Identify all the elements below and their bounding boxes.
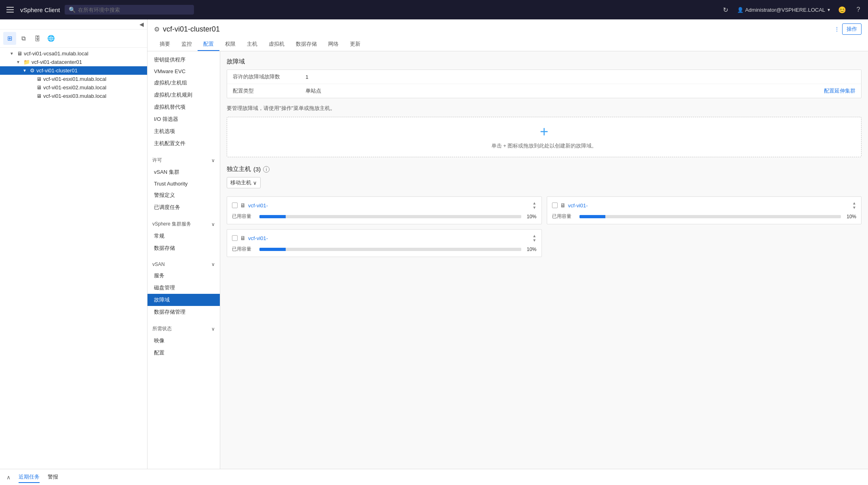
host-2-checkbox[interactable] <box>232 235 238 241</box>
host-2-icon: 🖥 <box>240 235 246 241</box>
actions-button[interactable]: 操作 <box>842 23 862 35</box>
host-0-capacity-bar <box>259 215 521 218</box>
tab-updates[interactable]: 更新 <box>344 38 366 51</box>
hamburger-menu[interactable] <box>5 5 15 14</box>
content-header: ⚙ vcf-vi01-cluster01 ⋮ 操作 摘要 监控 配置 权限 主机… <box>147 19 868 51</box>
host-card-1-header: 🖥 vcf-vi01- ▲▼ <box>552 201 857 210</box>
host-1-name[interactable]: vcf-vi01- <box>568 202 588 209</box>
tree-item-esxi02[interactable]: 🖥 vcf-vi01-esxi02.mulab.local <box>0 83 147 92</box>
host-0-name[interactable]: vcf-vi01- <box>248 202 268 209</box>
more-icon[interactable]: ⋮ <box>834 26 840 32</box>
config-item-general[interactable]: 常规 <box>147 230 220 242</box>
tab-config[interactable]: 配置 <box>198 38 219 51</box>
config-item-config[interactable]: 配置 <box>147 347 220 359</box>
host-1-checkbox[interactable] <box>552 202 558 208</box>
info-icon[interactable]: i <box>263 166 270 173</box>
emoji-button[interactable]: 😊 <box>837 5 847 15</box>
host-2-name[interactable]: vcf-vi01- <box>248 235 268 241</box>
host-0-sort[interactable]: ▲▼ <box>533 201 537 210</box>
license-arrow: ∨ <box>211 158 215 163</box>
username: Administrator@VSPHERE.LOCAL <box>745 7 825 13</box>
host-0-capacity: 已用容量 10% <box>232 213 537 220</box>
host-2-sort[interactable]: ▲▼ <box>533 234 537 242</box>
sidebar-globe-icon[interactable]: 🌐 <box>44 32 57 45</box>
sidebar-copy-icon[interactable]: ⧉ <box>17 32 30 45</box>
refresh-button[interactable]: ↻ <box>721 5 731 15</box>
sidebar-vm-icon[interactable]: ⊞ <box>3 32 16 45</box>
tab-summary[interactable]: 摘要 <box>154 38 176 51</box>
tree-item-datacenter[interactable]: ▼ 📁 vcf-vi01-datacenter01 <box>0 58 147 66</box>
search-bar[interactable]: 🔍 <box>65 5 194 15</box>
host-2-capacity-pct: 10% <box>525 247 537 252</box>
dc-label: vcf-vi01-datacenter01 <box>32 59 82 65</box>
config-item-iofilter[interactable]: I/O 筛选器 <box>147 113 220 125</box>
collapse-button[interactable]: ◀ <box>139 21 144 27</box>
sidebar-tree: ▼ 🖥 vcf-vi01-vcsa01.mulab.local ▼ 📁 vcf-… <box>0 48 147 469</box>
tree-item-cluster[interactable]: ▼ ⚙ vcf-vi01-cluster01 <box>0 66 147 75</box>
tab-monitor[interactable]: 监控 <box>176 38 198 51</box>
config-item-vmhostrule[interactable]: 虚拟机/主机规则 <box>147 89 220 101</box>
move-host-chevron: ∨ <box>253 180 257 186</box>
vsphere-cluster-header[interactable]: vSphere 集群服务 ∨ <box>147 218 220 230</box>
tree-item-esxi01[interactable]: 🖥 vcf-vi01-esxi01.mulab.local <box>0 75 147 83</box>
standalone-count: (3) <box>253 166 261 173</box>
config-item-vmhostgroup[interactable]: 虚拟机/主机组 <box>147 77 220 89</box>
bottom-tab-alerts[interactable]: 警报 <box>48 472 58 483</box>
config-item-hostprofile[interactable]: 主机配置文件 <box>147 137 220 150</box>
config-item-ds[interactable]: 数据存储 <box>147 242 220 254</box>
extend-cluster-link[interactable]: 配置延伸集群 <box>824 87 855 95</box>
user-menu[interactable]: 👤 Administrator@VSPHERE.LOCAL ▼ <box>737 7 831 13</box>
cluster-label: vcf-vi01-cluster01 <box>36 67 78 74</box>
vsan-label: vSAN <box>152 261 165 267</box>
config-item-evc[interactable]: VMware EVC <box>147 66 220 77</box>
config-item-scheduled[interactable]: 已调度任务 <box>147 201 220 213</box>
host-1-sort[interactable]: ▲▼ <box>852 201 856 210</box>
config-type-label: 配置类型 <box>233 87 305 95</box>
host-2-capacity-fill <box>259 248 286 251</box>
expand-button[interactable]: ∧ <box>6 474 11 481</box>
license-section-header[interactable]: 许可 ∨ <box>147 154 220 166</box>
config-item-keymgr[interactable]: 密钥提供程序 <box>147 54 220 66</box>
config-item-trust-authority[interactable]: Trust Authority <box>147 178 220 189</box>
vsan-section-header[interactable]: vSAN ∨ <box>147 259 220 270</box>
tab-network[interactable]: 网络 <box>322 38 344 51</box>
config-item-vsan-service[interactable]: 服务 <box>147 270 220 282</box>
config-item-ds-mgmt[interactable]: 数据存储管理 <box>147 306 220 318</box>
info-row-config-type: 配置类型 单站点 配置延伸集群 <box>227 84 861 98</box>
config-item-fault-domain[interactable]: 故障域 <box>147 294 220 306</box>
tab-hosts[interactable]: 主机 <box>241 38 263 51</box>
move-host-button[interactable]: 移动主机 ∨ <box>227 177 261 188</box>
config-section-desired-state: 所需状态 ∨ 映像 配置 <box>147 321 220 361</box>
config-item-vmoverride[interactable]: 虚拟机替代项 <box>147 101 220 113</box>
topnav-right: ↻ 👤 Administrator@VSPHERE.LOCAL ▼ 😊 ? <box>721 5 863 15</box>
cluster-icon: ⚙ <box>30 67 35 74</box>
sidebar-db-icon[interactable]: 🗄 <box>31 32 44 45</box>
bottom-tab-tasks[interactable]: 近期任务 <box>19 472 40 483</box>
tree-item-vcsa[interactable]: ▼ 🖥 vcf-vi01-vcsa01.mulab.local <box>0 49 147 58</box>
host-1-capacity-pct: 10% <box>844 214 856 219</box>
config-item-hostoptions[interactable]: 主机选项 <box>147 125 220 137</box>
help-button[interactable]: ? <box>853 5 863 15</box>
fault-tolerance-value: 1 <box>305 74 855 80</box>
config-item-alerts[interactable]: 警报定义 <box>147 189 220 201</box>
search-input[interactable] <box>78 7 190 13</box>
config-item-disk-mgmt[interactable]: 磁盘管理 <box>147 282 220 294</box>
config-item-image[interactable]: 映像 <box>147 335 220 347</box>
plus-icon: + <box>540 124 548 139</box>
host-0-icon: 🖥 <box>240 202 246 209</box>
host-0-checkbox[interactable] <box>232 202 238 208</box>
tab-datastores[interactable]: 数据存储 <box>290 38 322 51</box>
search-icon: 🔍 <box>69 6 76 13</box>
vcsa-label: vcf-vi01-vcsa01.mulab.local <box>24 51 88 57</box>
arrow-dc: ▼ <box>16 60 22 64</box>
config-item-vsan-cluster[interactable]: vSAN 集群 <box>147 166 220 178</box>
tree-item-esxi03[interactable]: 🖥 vcf-vi01-esxi03.mulab.local <box>0 92 147 100</box>
tab-permissions[interactable]: 权限 <box>219 38 241 51</box>
host-1-capacity-bar <box>579 215 841 218</box>
esxi03-icon: 🖥 <box>36 93 42 99</box>
main-panels: 密钥提供程序 VMware EVC 虚拟机/主机组 虚拟机/主机规则 虚拟机替代… <box>147 51 868 469</box>
desired-state-header[interactable]: 所需状态 ∨ <box>147 323 220 335</box>
dc-icon: 📁 <box>23 59 30 65</box>
tab-vms[interactable]: 虚拟机 <box>263 38 290 51</box>
fault-domain-add-box[interactable]: + 单击 + 图标或拖放到此处以创建新的故障域。 <box>227 117 862 157</box>
